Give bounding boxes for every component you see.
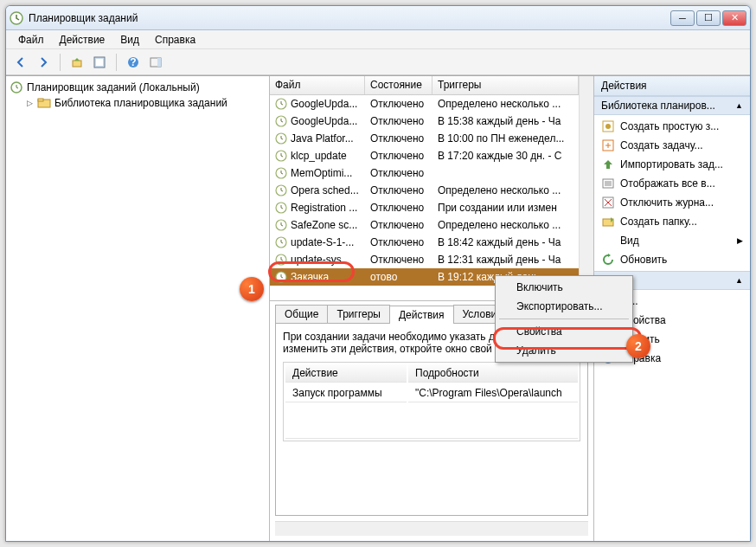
task-name: klcp_update xyxy=(291,150,347,162)
col-file[interactable]: Файл xyxy=(270,76,365,94)
task-trigger: В 18:42 каждый день - Ча xyxy=(432,235,579,249)
task-trigger: Определено несколько ... xyxy=(432,183,579,197)
col-action[interactable]: Действие xyxy=(285,364,407,383)
task-state: Отключено xyxy=(365,218,432,232)
panel-button[interactable] xyxy=(146,53,165,72)
svg-rect-1 xyxy=(73,61,81,67)
tab-triggers[interactable]: Триггеры xyxy=(327,305,390,323)
action-icon xyxy=(601,158,615,171)
clock-icon xyxy=(275,202,287,214)
menu-view[interactable]: Вид xyxy=(113,32,146,48)
action-row[interactable]: Запуск программы "C:\Program Files\Opera… xyxy=(285,384,578,402)
menubar: Файл Действие Вид Справка xyxy=(6,30,750,49)
action-label: Создать папку... xyxy=(620,216,697,228)
actions-pane-title: Действия xyxy=(594,76,750,96)
window-buttons: ─ ☐ ✕ xyxy=(670,10,746,26)
ctx-delete[interactable]: Удалить xyxy=(497,341,631,360)
help-button[interactable]: ? xyxy=(124,53,143,72)
ctx-enable[interactable]: Включить xyxy=(497,278,631,297)
back-button[interactable] xyxy=(11,53,30,72)
task-row[interactable]: Java Platfor...ОтключеноВ 10:00 по ПН еж… xyxy=(270,130,579,147)
clock-icon xyxy=(275,254,287,266)
task-row[interactable]: Registration ...ОтключеноПри создании ил… xyxy=(270,199,579,216)
menu-action[interactable]: Действие xyxy=(53,32,112,48)
action-item[interactable]: Создать простую з... xyxy=(594,117,750,136)
clock-icon xyxy=(275,271,287,283)
action-label: Отображать все в... xyxy=(620,177,715,190)
window-title: Планировщик заданий xyxy=(29,12,670,24)
titlebar: Планировщик заданий ─ ☐ ✕ xyxy=(6,6,750,30)
task-name: MemOptimi... xyxy=(291,167,352,179)
close-button[interactable]: ✕ xyxy=(722,10,746,26)
action-item[interactable]: Отображать все в... xyxy=(594,174,750,193)
menu-help[interactable]: Справка xyxy=(148,32,202,48)
vertical-scrollbar[interactable] xyxy=(579,76,593,300)
toolbar: ? xyxy=(6,49,750,75)
action-icon xyxy=(601,234,615,248)
minimize-button[interactable]: ─ xyxy=(670,10,695,26)
actions-section-library[interactable]: Библиотека планиров... ▲ xyxy=(594,96,750,115)
task-row[interactable]: klcp_updateОтключеноВ 17:20 каждые 30 дн… xyxy=(270,147,579,164)
action-item[interactable]: Импортировать зад... xyxy=(594,155,750,174)
clock-icon xyxy=(275,132,287,145)
navigation-tree[interactable]: Планировщик заданий (Локальный) ▷ Библио… xyxy=(6,76,270,541)
task-name: update-sys xyxy=(291,254,342,266)
task-state: Отключено xyxy=(365,149,432,163)
task-list: Файл Состояние Триггеры GoogleUpda...Отк… xyxy=(270,76,593,301)
task-trigger: Определено несколько ... xyxy=(432,218,579,232)
forward-button[interactable] xyxy=(34,53,53,72)
task-name: SafeZone sc... xyxy=(291,219,357,231)
clock-icon xyxy=(275,150,287,162)
task-row[interactable]: SafeZone sc...ОтключеноОпределено нескол… xyxy=(270,216,579,234)
tab-actions[interactable]: Действия xyxy=(389,306,454,324)
details-cell: "C:\Program Files\Opera\launch xyxy=(408,384,578,402)
task-name: Закачка xyxy=(291,271,329,283)
ctx-export[interactable]: Экспортировать... xyxy=(497,297,631,316)
task-row[interactable]: GoogleUpda...ОтключеноВ 15:38 каждый ден… xyxy=(270,113,579,130)
task-row[interactable]: Opera sched...ОтключеноОпределено нескол… xyxy=(270,182,579,199)
action-icon xyxy=(601,119,615,133)
action-label: Вид xyxy=(620,235,639,247)
task-row[interactable]: update-sysОтключеноВ 12:31 каждый день -… xyxy=(270,251,579,268)
action-item[interactable]: Создать задачу... xyxy=(594,136,750,155)
actions-table: Действие Подробности Запуск программы "C… xyxy=(283,362,580,441)
action-item[interactable]: Вид▶ xyxy=(594,231,750,250)
action-item[interactable]: Отключить журна... xyxy=(594,193,750,212)
task-row[interactable]: update-S-1-...ОтключеноВ 18:42 каждый де… xyxy=(270,234,579,251)
tree-root[interactable]: Планировщик заданий (Локальный) xyxy=(8,80,267,95)
action-item[interactable]: Создать папку... xyxy=(594,212,750,231)
maximize-button[interactable]: ☐ xyxy=(696,10,721,26)
tab-general[interactable]: Общие xyxy=(275,305,328,323)
ctx-properties[interactable]: Свойства xyxy=(497,322,631,341)
up-button[interactable] xyxy=(67,53,86,72)
col-state[interactable]: Состояние xyxy=(365,76,432,94)
col-triggers[interactable]: Триггеры xyxy=(432,76,579,94)
clock-icon xyxy=(10,80,23,94)
task-rows[interactable]: GoogleUpda...ОтключеноОпределено несколь… xyxy=(270,95,579,300)
task-row[interactable]: GoogleUpda...ОтключеноОпределено несколь… xyxy=(270,95,579,113)
task-trigger: В 15:38 каждый день - Ча xyxy=(432,114,579,128)
svg-point-23 xyxy=(605,124,611,129)
col-details[interactable]: Подробности xyxy=(408,364,578,383)
menu-file[interactable]: Файл xyxy=(11,32,51,48)
task-trigger: В 10:00 по ПН еженедел... xyxy=(432,132,579,145)
annotation-badge-1: 1 xyxy=(240,277,264,301)
action-label: Обновить xyxy=(620,254,667,266)
task-name: GoogleUpda... xyxy=(291,98,357,110)
task-trigger: При создании или измен xyxy=(432,201,579,215)
action-label: Отключить журна... xyxy=(620,196,714,209)
task-row[interactable]: MemOptimi...Отключено xyxy=(270,164,579,182)
clock-icon xyxy=(275,167,287,179)
clock-icon xyxy=(275,98,287,110)
main-body: Планировщик заданий (Локальный) ▷ Библио… xyxy=(6,75,750,541)
horizontal-scrollbar[interactable] xyxy=(275,521,588,536)
view-button[interactable] xyxy=(90,53,109,72)
toolbar-separator xyxy=(116,54,117,71)
expand-icon[interactable]: ▷ xyxy=(25,99,34,107)
action-item[interactable]: Обновить xyxy=(594,250,750,269)
clock-icon xyxy=(275,219,287,231)
svg-text:?: ? xyxy=(130,56,136,68)
tree-library[interactable]: ▷ Библиотека планировщика заданий xyxy=(8,95,267,111)
action-label: Импортировать зад... xyxy=(620,158,723,171)
task-name: update-S-1-... xyxy=(291,236,354,248)
